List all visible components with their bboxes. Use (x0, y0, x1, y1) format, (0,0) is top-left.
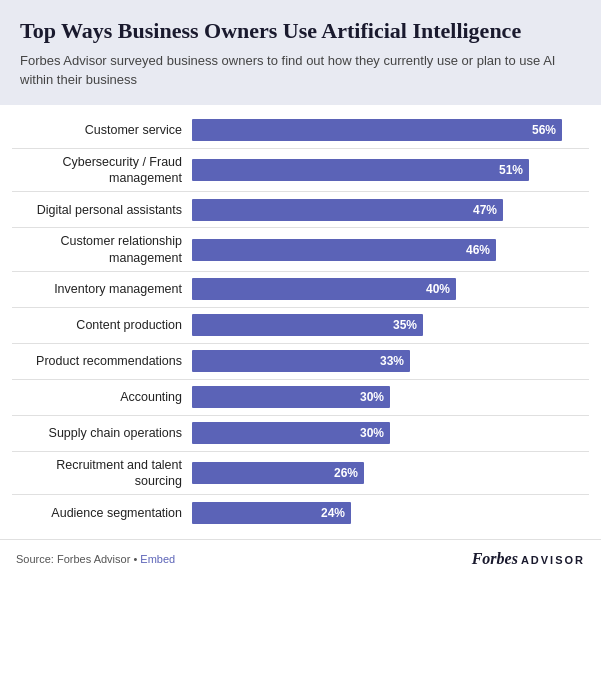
bar-value: 51% (499, 163, 523, 177)
forbes-name: Forbes (472, 550, 518, 568)
bar-container: 30% (192, 386, 589, 408)
bar: 46% (192, 239, 496, 261)
bar: 35% (192, 314, 423, 336)
row-label: Customer service (12, 122, 192, 138)
bar-value: 56% (532, 123, 556, 137)
row-label: Digital personal assistants (12, 202, 192, 218)
row-label: Cybersecurity / Fraud management (12, 154, 192, 187)
embed-link[interactable]: Embed (140, 553, 175, 565)
bar: 30% (192, 386, 390, 408)
bar: 26% (192, 462, 364, 484)
bar: 33% (192, 350, 410, 372)
chart-row: Cybersecurity / Fraud management 51% (12, 149, 589, 193)
bar: 56% (192, 119, 562, 141)
forbes-logo: Forbes ADVISOR (472, 550, 585, 568)
row-label: Inventory management (12, 281, 192, 297)
bar-container: 33% (192, 350, 589, 372)
footer-source: Source: Forbes Advisor • Embed (16, 553, 175, 565)
row-label: Recruitment and talent sourcing (12, 457, 192, 490)
row-label: Content production (12, 317, 192, 333)
chart-row: Accounting 30% (12, 380, 589, 416)
bar-container: 46% (192, 239, 589, 261)
chart-header: Top Ways Business Owners Use Artificial … (0, 0, 601, 105)
chart-subtitle: Forbes Advisor surveyed business owners … (20, 52, 581, 88)
bar: 51% (192, 159, 529, 181)
bar-value: 33% (380, 354, 404, 368)
bar-value: 35% (393, 318, 417, 332)
chart-row: Customer relationship management 46% (12, 228, 589, 272)
source-text: Source: Forbes Advisor (16, 553, 130, 565)
bar-value: 46% (466, 243, 490, 257)
bar-value: 24% (321, 506, 345, 520)
forbes-advisor: ADVISOR (521, 554, 585, 566)
bar-container: 30% (192, 422, 589, 444)
row-label: Product recommendations (12, 353, 192, 369)
bar-value: 47% (473, 203, 497, 217)
chart-area: Customer service 56% Cybersecurity / Fra… (0, 105, 601, 540)
bar-container: 24% (192, 502, 589, 524)
main-container: Top Ways Business Owners Use Artificial … (0, 0, 601, 580)
bar: 24% (192, 502, 351, 524)
row-label: Supply chain operations (12, 425, 192, 441)
row-label: Customer relationship management (12, 233, 192, 266)
chart-row: Supply chain operations 30% (12, 416, 589, 452)
bar-container: 40% (192, 278, 589, 300)
chart-row: Audience segmentation 24% (12, 495, 589, 531)
bar: 47% (192, 199, 503, 221)
bar-container: 35% (192, 314, 589, 336)
bar-value: 40% (426, 282, 450, 296)
bar-container: 47% (192, 199, 589, 221)
bar: 40% (192, 278, 456, 300)
chart-row: Inventory management 40% (12, 272, 589, 308)
bar-container: 26% (192, 462, 589, 484)
bar-value: 30% (360, 426, 384, 440)
bar-container: 56% (192, 119, 589, 141)
row-label: Accounting (12, 389, 192, 405)
chart-footer: Source: Forbes Advisor • Embed Forbes AD… (0, 539, 601, 580)
chart-row: Product recommendations 33% (12, 344, 589, 380)
chart-title: Top Ways Business Owners Use Artificial … (20, 18, 581, 44)
chart-row: Digital personal assistants 47% (12, 192, 589, 228)
chart-row: Content production 35% (12, 308, 589, 344)
bar: 30% (192, 422, 390, 444)
bar-value: 26% (334, 466, 358, 480)
chart-row: Customer service 56% (12, 113, 589, 149)
row-label: Audience segmentation (12, 505, 192, 521)
chart-row: Recruitment and talent sourcing 26% (12, 452, 589, 496)
bar-container: 51% (192, 159, 589, 181)
bar-value: 30% (360, 390, 384, 404)
